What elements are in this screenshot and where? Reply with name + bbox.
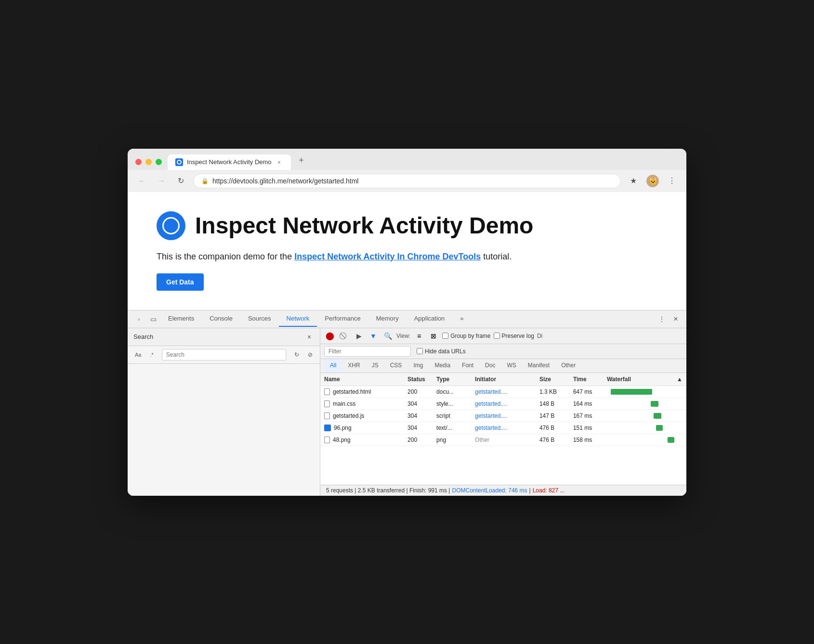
tab-elements[interactable]: Elements bbox=[160, 311, 202, 327]
td-type-3: script bbox=[433, 410, 471, 422]
close-traffic-light[interactable] bbox=[135, 159, 142, 165]
record-button[interactable]: ⬤ bbox=[324, 330, 336, 342]
td-name-2: main.css bbox=[320, 398, 404, 410]
filter-tab-manifest[interactable]: Manifest bbox=[522, 359, 555, 373]
profile-button[interactable]: 🐱 bbox=[646, 174, 659, 188]
th-size[interactable]: Size bbox=[536, 373, 569, 386]
browser-window: Inspect Network Activity Demo × + ← → ↻ … bbox=[128, 149, 686, 496]
url-base: https://devtools.glitch.me bbox=[212, 177, 287, 185]
search-regex-button[interactable]: .* bbox=[147, 350, 156, 359]
filter-tab-ws[interactable]: WS bbox=[501, 359, 522, 373]
td-status-1: 200 bbox=[404, 386, 433, 398]
tab-application[interactable]: Application bbox=[407, 311, 453, 327]
tab-close-button[interactable]: × bbox=[276, 158, 283, 166]
maximize-traffic-light[interactable] bbox=[156, 159, 162, 165]
td-initiator-1: getstarted.... bbox=[471, 386, 536, 398]
td-name-5: 48.png bbox=[320, 434, 404, 446]
hide-data-urls-checkbox[interactable] bbox=[417, 348, 423, 354]
filter-tab-css[interactable]: CSS bbox=[384, 359, 408, 373]
devtools-tab-bar: ◦ ▭ Elements Console Sources Network Per… bbox=[128, 310, 686, 328]
tab-sources[interactable]: Sources bbox=[240, 311, 279, 327]
menu-button[interactable]: ⋮ bbox=[665, 174, 679, 188]
filter-tab-media[interactable]: Media bbox=[429, 359, 456, 373]
screenshot-button[interactable]: ▶ bbox=[353, 330, 365, 342]
bookmark-button[interactable]: ★ bbox=[627, 174, 640, 188]
tab-memory[interactable]: Memory bbox=[368, 311, 407, 327]
filter-input[interactable] bbox=[324, 346, 411, 357]
devtools-close-button[interactable]: × bbox=[669, 312, 683, 326]
file-icon-2 bbox=[324, 400, 330, 407]
tree-view-button[interactable]: ⊠ bbox=[428, 330, 439, 342]
tab-console[interactable]: Console bbox=[202, 311, 240, 327]
search-close-button[interactable]: × bbox=[304, 332, 314, 342]
filter-tab-doc[interactable]: Doc bbox=[479, 359, 501, 373]
filter-tab-js[interactable]: JS bbox=[366, 359, 384, 373]
td-size-2: 148 B bbox=[536, 398, 569, 410]
table-row[interactable]: main.css 304 style... getstarted.... 148… bbox=[320, 398, 686, 410]
search-refresh-button[interactable]: ↻ bbox=[292, 350, 302, 360]
search-block-button[interactable]: ⊘ bbox=[305, 350, 315, 360]
network-toolbar: ⬤ ⃠ ▶ ▼ 🔍 View: ≡ ⊠ Group by frame Prese… bbox=[320, 328, 686, 344]
forward-button[interactable]: → bbox=[155, 174, 168, 188]
th-time[interactable]: Time bbox=[569, 373, 603, 386]
back-button[interactable]: ← bbox=[135, 174, 149, 188]
filter-tab-other[interactable]: Other bbox=[555, 359, 581, 373]
filter-tab-all[interactable]: All bbox=[324, 359, 342, 373]
table-row[interactable]: getstarted.js 304 script getstarted.... … bbox=[320, 410, 686, 422]
td-status-4: 304 bbox=[404, 422, 433, 434]
group-by-frame-checkbox[interactable] bbox=[442, 333, 448, 339]
th-type[interactable]: Type bbox=[433, 373, 471, 386]
table-row[interactable]: getstarted.html 200 docu... getstarted..… bbox=[320, 386, 686, 398]
td-waterfall-5 bbox=[603, 434, 686, 446]
preserve-log-checkbox[interactable] bbox=[494, 333, 500, 339]
th-name[interactable]: Name bbox=[320, 373, 404, 386]
active-tab[interactable]: Inspect Network Activity Demo × bbox=[168, 155, 291, 170]
status-bar: 5 requests | 2.5 KB transferred | Finish… bbox=[320, 485, 686, 496]
tab-network[interactable]: Network bbox=[279, 311, 317, 327]
tab-performance[interactable]: Performance bbox=[317, 311, 368, 327]
filter-tab-xhr[interactable]: XHR bbox=[342, 359, 366, 373]
td-type-1: docu... bbox=[433, 386, 471, 398]
reload-button[interactable]: ↻ bbox=[174, 174, 187, 188]
td-size-1: 1.3 KB bbox=[536, 386, 569, 398]
inspect-element-icon[interactable]: ◦ bbox=[131, 310, 146, 328]
new-tab-button[interactable]: + bbox=[295, 156, 308, 170]
filter-tabs: All XHR JS CSS Img Media Font Doc WS Man… bbox=[320, 359, 686, 373]
url-bar[interactable]: 🔒 https://devtools.glitch.me/network/get… bbox=[193, 174, 621, 188]
td-type-4: text/... bbox=[433, 422, 471, 434]
minimize-traffic-light[interactable] bbox=[145, 159, 152, 165]
td-waterfall-1 bbox=[603, 386, 686, 398]
devtools-panel: ◦ ▭ Elements Console Sources Network Per… bbox=[128, 310, 686, 496]
search-case-sensitive-button[interactable]: Aa bbox=[132, 350, 144, 359]
table-row[interactable]: 48.png 200 png Other 476 B 158 ms bbox=[320, 434, 686, 446]
list-view-button[interactable]: ≡ bbox=[413, 330, 425, 342]
url-text: https://devtools.glitch.me/network/getst… bbox=[212, 177, 613, 185]
table-empty-space bbox=[320, 446, 686, 485]
table-row[interactable]: 96.png 304 text/... getstarted.... 476 B… bbox=[320, 422, 686, 434]
th-waterfall[interactable]: Waterfall ▲ bbox=[603, 373, 686, 386]
clear-button[interactable]: ⃠ bbox=[339, 330, 350, 342]
filter-button[interactable]: ▼ bbox=[368, 330, 379, 342]
tab-favicon bbox=[175, 158, 183, 166]
td-size-3: 147 B bbox=[536, 410, 569, 422]
filter-tab-font[interactable]: Font bbox=[456, 359, 479, 373]
td-waterfall-2 bbox=[603, 398, 686, 410]
devtools-link[interactable]: Inspect Network Activity In Chrome DevTo… bbox=[294, 252, 481, 261]
get-data-button[interactable]: Get Data bbox=[157, 273, 204, 291]
th-initiator[interactable]: Initiator bbox=[471, 373, 536, 386]
search-button[interactable]: 🔍 bbox=[382, 330, 394, 342]
devtools-more-button[interactable]: ⋮ bbox=[655, 310, 669, 328]
search-input[interactable] bbox=[162, 349, 286, 361]
hide-data-urls-label: Hide data URLs bbox=[425, 348, 466, 355]
url-path: /network/getstarted.html bbox=[287, 177, 358, 185]
glitch-logo-inner bbox=[162, 217, 180, 234]
th-status[interactable]: Status bbox=[404, 373, 433, 386]
tab-more[interactable]: » bbox=[452, 311, 471, 327]
filter-tab-img[interactable]: Img bbox=[407, 359, 429, 373]
td-name-4: 96.png bbox=[320, 422, 404, 434]
group-by-frame-label: Group by frame bbox=[450, 333, 490, 339]
view-label: View: bbox=[396, 333, 410, 339]
device-toolbar-icon[interactable]: ▭ bbox=[146, 310, 160, 328]
td-time-2: 164 ms bbox=[569, 398, 603, 410]
td-name-3: getstarted.js bbox=[320, 410, 404, 422]
